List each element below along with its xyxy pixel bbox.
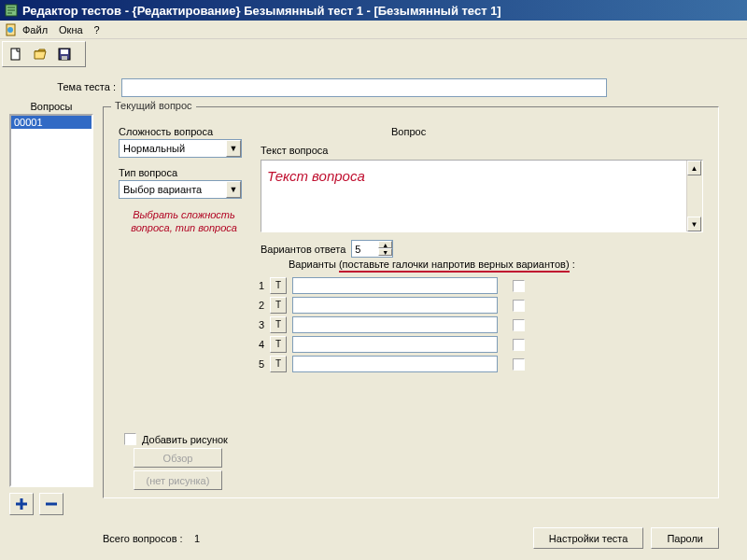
- scrollbar[interactable]: ▲ ▼: [686, 161, 702, 231]
- chevron-down-icon[interactable]: ▼: [226, 140, 241, 157]
- difficulty-value: Нормальный: [120, 143, 226, 154]
- add-picture-label: Добавить рисунок: [142, 434, 228, 445]
- svg-rect-6: [62, 56, 67, 60]
- answer-row: 3 Т: [251, 316, 655, 333]
- helper-text: Выбрать сложность вопроса, тип вопроса: [119, 208, 249, 235]
- answer-row: 1 Т: [251, 277, 655, 294]
- menu-bar: Файл Окна ?: [0, 21, 747, 39]
- no-picture-button: (нет рисунка): [134, 470, 222, 490]
- answer-input[interactable]: [292, 277, 498, 294]
- svg-point-2: [7, 27, 13, 33]
- save-button[interactable]: [53, 44, 76, 64]
- menu-help[interactable]: ?: [94, 24, 100, 35]
- scroll-down-icon[interactable]: ▼: [687, 217, 701, 231]
- list-item[interactable]: 00001: [11, 116, 92, 129]
- difficulty-combo[interactable]: Нормальный ▼: [119, 139, 242, 158]
- new-button[interactable]: [5, 44, 27, 64]
- difficulty-label: Сложность вопроса: [119, 126, 249, 137]
- variants-hint: Варианты (поставьте галочки напротив вер…: [289, 259, 692, 270]
- answer-input[interactable]: [292, 336, 498, 353]
- spin-down-icon[interactable]: ▼: [378, 248, 392, 256]
- answer-input[interactable]: [292, 297, 498, 314]
- format-t-button[interactable]: Т: [270, 297, 287, 314]
- answers-count-label: Вариантов ответа: [261, 244, 345, 255]
- bottom-bar: Всего вопросов : 1 Настройки теста Парол…: [103, 527, 719, 549]
- group-legend: Текущий вопрос: [111, 100, 196, 111]
- current-question-group: Текущий вопрос Сложность вопроса Нормаль…: [103, 106, 719, 498]
- total-label: Всего вопросов : 1: [103, 533, 200, 544]
- add-question-button[interactable]: [9, 493, 34, 515]
- question-text-label: Текст вопроса: [261, 145, 328, 156]
- answer-checkbox[interactable]: [513, 280, 525, 292]
- theme-label: Тема теста :: [0, 81, 121, 92]
- questions-panel: Вопросы 00001: [9, 101, 93, 541]
- menu-windows[interactable]: Окна: [59, 24, 83, 35]
- question-heading: Вопрос: [391, 126, 426, 137]
- svg-rect-5: [61, 49, 68, 54]
- window-title: Редактор тестов - {Редактирование} Безым…: [22, 4, 501, 18]
- type-label: Тип вопроса: [119, 167, 249, 178]
- theme-input[interactable]: [121, 78, 607, 97]
- svg-rect-3: [11, 49, 20, 60]
- answers-count-input[interactable]: [352, 241, 378, 257]
- questions-list[interactable]: 00001: [9, 114, 93, 487]
- add-picture-checkbox[interactable]: [124, 433, 136, 445]
- type-value: Выбор варианта: [120, 184, 226, 195]
- open-button[interactable]: [29, 44, 51, 64]
- scroll-up-icon[interactable]: ▲: [687, 161, 701, 175]
- test-settings-button[interactable]: Настройки теста: [533, 527, 644, 549]
- browse-button: Обзор: [134, 448, 222, 468]
- app-icon: [4, 3, 19, 18]
- remove-question-button[interactable]: [39, 493, 63, 515]
- answer-row: 2 Т: [251, 297, 655, 314]
- answer-checkbox[interactable]: [513, 339, 525, 351]
- doc-icon: [4, 22, 19, 37]
- answer-row: 4 Т: [251, 336, 655, 353]
- chevron-down-icon[interactable]: ▼: [226, 181, 241, 198]
- answer-input[interactable]: [292, 356, 498, 372]
- title-bar: Редактор тестов - {Редактирование} Безым…: [0, 0, 747, 21]
- format-t-button[interactable]: Т: [270, 277, 287, 294]
- answer-input[interactable]: [292, 316, 498, 333]
- format-t-button[interactable]: Т: [270, 336, 287, 353]
- passwords-button[interactable]: Пароли: [651, 527, 719, 549]
- add-picture-row: Добавить рисунок: [124, 433, 228, 445]
- spin-up-icon[interactable]: ▲: [378, 241, 392, 248]
- answers-count-spinner[interactable]: ▲ ▼: [351, 240, 393, 258]
- theme-row: Тема теста :: [0, 78, 738, 97]
- question-textarea[interactable]: Текст вопроса ▲ ▼: [261, 160, 703, 232]
- answer-checkbox[interactable]: [513, 358, 525, 371]
- menu-file[interactable]: Файл: [22, 24, 48, 35]
- type-combo[interactable]: Выбор варианта ▼: [119, 180, 242, 199]
- format-t-button[interactable]: Т: [270, 316, 287, 333]
- answer-checkbox[interactable]: [513, 300, 525, 312]
- question-text-value: Текст вопроса: [261, 161, 702, 231]
- answer-rows: 1 Т 2 Т 3 Т 4: [251, 277, 655, 375]
- answer-row: 5 Т: [251, 356, 655, 372]
- questions-label: Вопросы: [9, 101, 93, 112]
- format-t-button[interactable]: Т: [270, 356, 287, 372]
- answer-checkbox[interactable]: [513, 319, 525, 331]
- toolbar: [2, 41, 86, 67]
